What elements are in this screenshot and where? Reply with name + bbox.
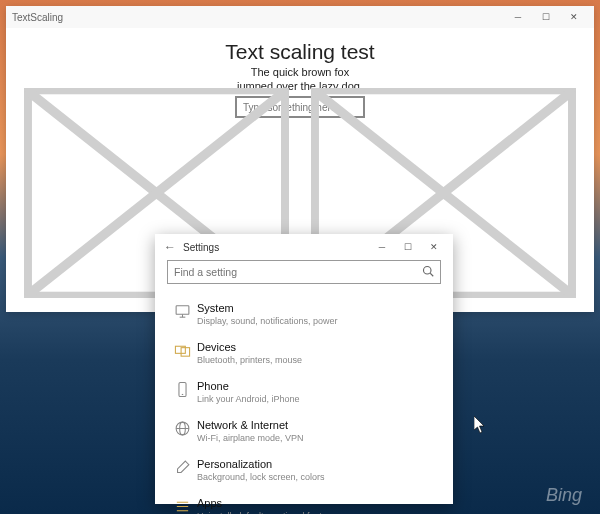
settings-list: System Display, sound, notifications, po… — [155, 292, 453, 514]
settings-item-devices[interactable]: Devices Bluetooth, printers, mouse — [169, 335, 439, 374]
settings-minimize-button[interactable]: ─ — [369, 234, 395, 260]
svg-rect-8 — [176, 306, 189, 315]
phone-icon — [169, 380, 195, 398]
system-icon — [169, 302, 195, 320]
settings-item-system[interactable]: System Display, sound, notifications, po… — [169, 296, 439, 335]
app-titlebar[interactable]: TextScaling ─ ☐ ✕ — [6, 6, 594, 28]
settings-close-button[interactable]: ✕ — [421, 234, 447, 260]
minimize-button[interactable]: ─ — [504, 6, 532, 28]
settings-item-personalization[interactable]: Personalization Background, lock screen,… — [169, 452, 439, 491]
svg-point-6 — [424, 267, 432, 275]
close-button[interactable]: ✕ — [560, 6, 588, 28]
item-title: Personalization — [197, 458, 439, 471]
svg-line-7 — [430, 273, 433, 276]
item-subtitle: Bluetooth, printers, mouse — [197, 355, 439, 366]
settings-item-apps[interactable]: Apps Uninstall, defaults, optional featu… — [169, 491, 439, 514]
apps-icon — [169, 497, 195, 514]
bing-watermark: Bing — [546, 485, 582, 506]
devices-icon — [169, 341, 195, 359]
item-subtitle: Wi-Fi, airplane mode, VPN — [197, 433, 439, 444]
settings-titlebar[interactable]: ← Settings ─ ☐ ✕ — [155, 234, 453, 260]
personalization-icon — [169, 458, 195, 476]
settings-title: Settings — [181, 242, 369, 253]
app-subtext-1: The quick brown fox — [24, 66, 576, 78]
settings-window: ← Settings ─ ☐ ✕ System Display, sound, … — [155, 234, 453, 504]
item-title: Network & Internet — [197, 419, 439, 432]
search-input[interactable] — [174, 266, 422, 278]
item-title: System — [197, 302, 439, 315]
settings-item-network[interactable]: Network & Internet Wi-Fi, airplane mode,… — [169, 413, 439, 452]
maximize-button[interactable]: ☐ — [532, 6, 560, 28]
item-title: Apps — [197, 497, 439, 510]
app-title: TextScaling — [12, 12, 504, 23]
item-subtitle: Display, sound, notifications, power — [197, 316, 439, 327]
network-icon — [169, 419, 195, 437]
item-title: Devices — [197, 341, 439, 354]
app-heading: Text scaling test — [24, 40, 576, 64]
item-title: Phone — [197, 380, 439, 393]
item-subtitle: Link your Android, iPhone — [197, 394, 439, 405]
settings-item-phone[interactable]: Phone Link your Android, iPhone — [169, 374, 439, 413]
item-subtitle: Background, lock screen, colors — [197, 472, 439, 483]
search-box[interactable] — [167, 260, 441, 284]
search-icon — [422, 265, 434, 279]
back-button[interactable]: ← — [159, 240, 181, 254]
settings-maximize-button[interactable]: ☐ — [395, 234, 421, 260]
